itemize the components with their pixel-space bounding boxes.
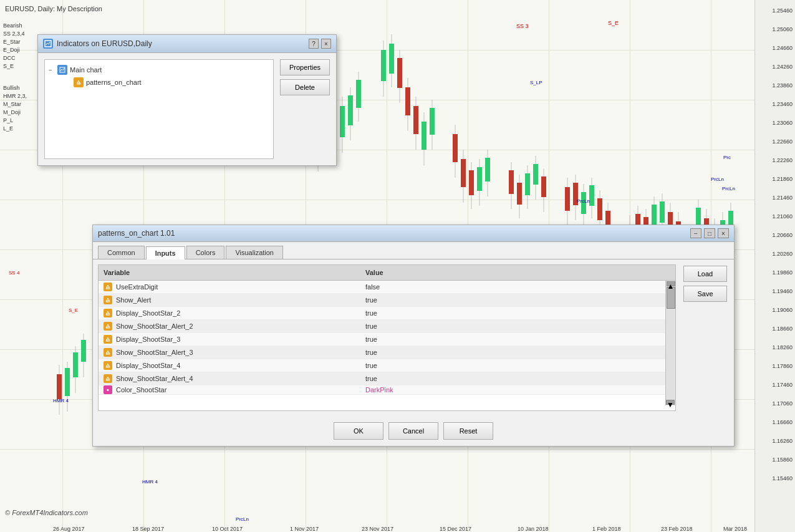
- price-label: 1.23860: [758, 76, 793, 95]
- table-row[interactable]: Display_ShootStar_2 true: [99, 307, 675, 320]
- properties-button[interactable]: Properties: [280, 59, 330, 75]
- date-label: 1 Nov 2017: [290, 526, 319, 532]
- row-value: true: [360, 307, 675, 319]
- row-icon: [104, 348, 112, 357]
- table-row[interactable]: Show_ShootStar_Alert_3 true: [99, 346, 675, 359]
- col-variable-header: Variable: [99, 268, 360, 278]
- svg-rect-73: [405, 87, 410, 115]
- price-label: 1.21860: [758, 170, 793, 188]
- cancel-button[interactable]: Cancel: [388, 422, 438, 440]
- svg-rect-69: [389, 44, 394, 74]
- svg-rect-3: [65, 368, 70, 396]
- date-label: 26 Aug 2017: [53, 526, 85, 532]
- indicators-dialog-titlebar: Indicators on EURUSD,Daily ? ×: [38, 35, 336, 53]
- row-icon: [104, 322, 112, 331]
- scrollbar-spacer: [665, 268, 675, 278]
- tab-common[interactable]: Common: [98, 246, 145, 259]
- row-value: true: [360, 347, 675, 358]
- date-label: 23 Nov 2017: [362, 526, 393, 532]
- row-variable: Show_ShootStar_Alert_3: [99, 346, 360, 359]
- table-row[interactable]: UseExtraDigit false: [99, 281, 675, 294]
- bullish-labels: Bullish HMR 2,3, M_Star M_Doji P_L L_E: [3, 84, 27, 133]
- svg-line-158: [63, 68, 64, 70]
- row-variable: ■ Color_ShootStar: [99, 385, 360, 395]
- svg-line-152: [46, 43, 47, 45]
- table-rows: UseExtraDigit false Show_Alert: [99, 281, 675, 405]
- tab-colors[interactable]: Colors: [186, 246, 225, 259]
- table-row[interactable]: Display_ShootStar_3 true: [99, 333, 675, 346]
- price-label: 1.20260: [758, 244, 793, 263]
- svg-rect-79: [430, 108, 435, 135]
- tabs-bar: Common Inputs Colors Visualization: [93, 242, 734, 259]
- indicators-dialog-buttons: Properties Delete: [280, 59, 330, 159]
- svg-text:PrcLn: PrcLn: [577, 198, 590, 204]
- price-label: 1.24260: [758, 57, 793, 76]
- table-row[interactable]: Display_ShootStar_4 true: [99, 359, 675, 372]
- table-row[interactable]: ■ Color_ShootStar DarkPink: [99, 385, 675, 395]
- indicators-help-button[interactable]: ?: [309, 39, 319, 49]
- row-value: DarkPink: [360, 385, 675, 395]
- svg-text:Prc: Prc: [723, 155, 731, 160]
- date-label: 1 Feb 2018: [592, 526, 621, 532]
- variable-name: Display_ShootStar_2: [116, 309, 180, 317]
- table-scrollbar[interactable]: ▲ ▼: [665, 281, 675, 405]
- row-value: true: [360, 334, 675, 345]
- svg-text:HMR 4: HMR 4: [53, 398, 69, 404]
- delete-button[interactable]: Delete: [280, 79, 330, 95]
- svg-rect-5: [73, 352, 78, 377]
- variable-name: Show_Alert: [116, 296, 151, 304]
- price-label: 1.15460: [758, 469, 793, 488]
- properties-close-button[interactable]: ×: [718, 228, 729, 238]
- table-row[interactable]: Show_ShootStar_Alert_2 true: [99, 320, 675, 333]
- table-row[interactable]: Show_ShootStar_Alert_4 true: [99, 372, 675, 385]
- variable-name: UseExtraDigit: [116, 283, 158, 291]
- row-icon: [104, 335, 112, 344]
- indicators-tree: − Main chart: [44, 59, 274, 159]
- indicators-close-button[interactable]: ×: [321, 39, 331, 49]
- tab-visualization[interactable]: Visualization: [226, 246, 283, 259]
- svg-rect-83: [461, 159, 466, 187]
- date-label: 15 Dec 2017: [440, 526, 471, 532]
- date-label: 23 Feb 2018: [661, 526, 693, 532]
- svg-rect-89: [485, 158, 490, 181]
- svg-rect-101: [565, 187, 570, 211]
- svg-text:HMR 4: HMR 4: [142, 479, 158, 485]
- svg-text:S_E: S_E: [608, 20, 619, 26]
- bearish-labels: Bearish SS 2,3,4 E_Star E_Doji DCC S_E: [3, 22, 25, 70]
- scrollbar-down-arrow[interactable]: ▼: [666, 400, 675, 405]
- row-variable: Show_ShootStar_Alert_2: [99, 320, 360, 332]
- price-label: 1.16660: [758, 413, 793, 432]
- indicators-dialog: Indicators on EURUSD,Daily ? × − Main ch: [37, 34, 337, 166]
- variables-table: Variable Value UseExtr: [98, 264, 676, 411]
- tab-inputs[interactable]: Inputs: [146, 246, 185, 259]
- properties-minimize-button[interactable]: −: [690, 228, 701, 238]
- row-variable: Display_ShootStar_3: [99, 333, 360, 346]
- table-row[interactable]: Show_Alert true: [99, 294, 675, 307]
- svg-text:SS 3: SS 3: [516, 23, 529, 29]
- price-label: 1.22260: [758, 151, 793, 170]
- svg-rect-65: [356, 80, 361, 108]
- ok-button[interactable]: OK: [334, 422, 383, 440]
- svg-text:S_E: S_E: [69, 307, 78, 313]
- tree-expand-icon: −: [49, 67, 55, 74]
- svg-text:PrcLn: PrcLn: [236, 516, 249, 521]
- svg-text:PrcLn: PrcLn: [711, 177, 724, 182]
- svg-rect-85: [469, 170, 474, 195]
- variable-name: Color_ShootStar: [116, 386, 166, 394]
- reset-button[interactable]: Reset: [443, 422, 493, 440]
- row-icon: [104, 309, 112, 317]
- properties-maximize-button[interactable]: □: [704, 228, 715, 238]
- tree-item-patterns[interactable]: patterns_on_chart: [64, 76, 269, 89]
- svg-rect-99: [541, 177, 546, 197]
- tree-item-main-chart[interactable]: − Main chart: [49, 64, 269, 76]
- scrollbar-up-arrow[interactable]: ▲: [667, 281, 675, 286]
- properties-dialog: patterns_on_chart 1.01 − □ × Common Inpu…: [92, 225, 735, 447]
- save-button[interactable]: Save: [683, 286, 727, 302]
- price-label: 1.19060: [758, 301, 793, 319]
- indicators-dialog-title: Indicators on EURUSD,Daily: [57, 39, 152, 48]
- svg-rect-75: [413, 106, 418, 134]
- price-label: 1.25060: [758, 20, 793, 39]
- svg-rect-121: [660, 201, 665, 223]
- row-value: true: [360, 360, 675, 371]
- load-button[interactable]: Load: [683, 266, 727, 282]
